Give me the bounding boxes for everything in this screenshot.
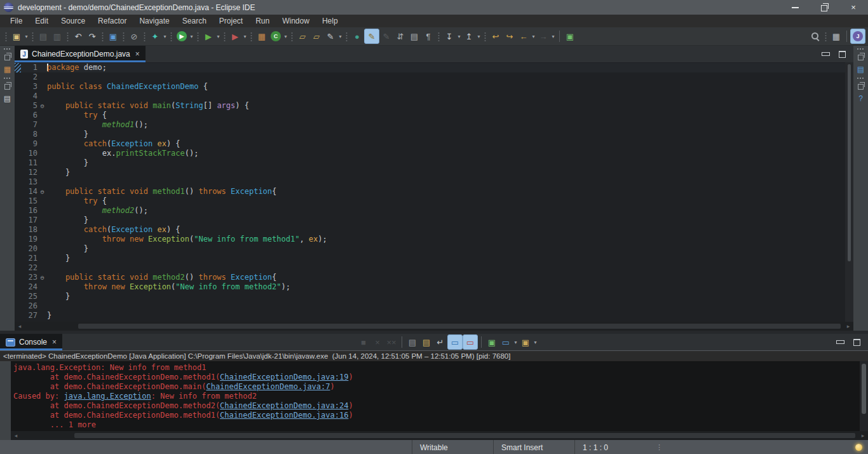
profile-button[interactable]: ▶ [228, 29, 242, 43]
code-editor[interactable]: 1package demo;23public class ChainedExce… [15, 62, 853, 322]
editor-tab-close-icon[interactable]: × [135, 50, 140, 58]
console-output[interactable]: java.lang.Exception: New info from metho… [11, 361, 868, 431]
debug-button[interactable]: ✦ [148, 29, 162, 43]
next-edit-location-button[interactable]: ↪ [503, 29, 517, 43]
console-horizontal-scrollbar[interactable]: ◂ ▸ [11, 431, 868, 440]
menu-run[interactable]: Run [249, 15, 276, 27]
menu-navigate[interactable]: Navigate [133, 15, 175, 27]
dropdown-caret-icon[interactable]: ▾ [456, 34, 462, 39]
next-change-button[interactable]: ⇵ [393, 29, 407, 43]
dropdown-caret-icon[interactable]: ▾ [532, 340, 538, 345]
restore-window-button[interactable] [810, 0, 839, 15]
scroll-left-icon[interactable]: ◂ [15, 323, 25, 329]
package-explorer-icon[interactable]: ▦ [4, 65, 11, 73]
next-annotation-button[interactable]: ↧ [442, 29, 456, 43]
open-perspective-button[interactable]: ▦ [829, 29, 843, 43]
new-task-button[interactable]: ● [350, 29, 364, 43]
fold-collapse-icon[interactable]: ⊖ [37, 187, 47, 196]
dropdown-caret-icon[interactable]: ▾ [476, 34, 482, 39]
maximize-editor-button[interactable] [839, 51, 846, 58]
pin-console-button[interactable]: ▣ [485, 335, 499, 349]
menu-window[interactable]: Window [276, 15, 316, 27]
restore-view-button[interactable] [858, 84, 864, 90]
menu-file[interactable]: File [4, 15, 29, 27]
dropdown-caret-icon[interactable]: ▾ [531, 34, 536, 39]
close-window-button[interactable]: × [839, 0, 868, 15]
scrollbar-thumb[interactable] [78, 324, 841, 329]
show-stdout-when-changed-button[interactable]: ▭ [447, 334, 463, 350]
show-stderr-when-changed-button[interactable]: ▭ [463, 334, 478, 350]
console-tab[interactable]: Console × [0, 334, 62, 350]
open-task-button[interactable]: ▱ [295, 29, 309, 43]
menu-help[interactable]: Help [316, 15, 344, 27]
scroll-lock-button[interactable]: ▤ [419, 335, 433, 349]
scroll-left-icon[interactable]: ◂ [11, 432, 21, 439]
word-wrap-button[interactable]: ↵ [433, 335, 447, 349]
stacktrace-link[interactable]: ChainedExceptionDemo.java:16 [220, 411, 348, 420]
open-console-element-button[interactable]: ▣ [106, 29, 120, 43]
dropdown-caret-icon[interactable]: ▾ [242, 34, 248, 39]
scrollbar-thumb[interactable] [848, 64, 851, 261]
skip-all-breakpoints-button[interactable]: ⊘ [127, 29, 141, 43]
editor-horizontal-scrollbar[interactable]: ◂ ▸ [15, 322, 853, 331]
stacktrace-link[interactable]: ChainedExceptionDemo.java:7 [206, 382, 330, 391]
new-class-button[interactable]: C [269, 29, 283, 43]
pin-editor-button[interactable]: ▣ [563, 29, 577, 43]
view-stack-handle[interactable] [857, 77, 865, 79]
scrollbar-thumb[interactable] [74, 433, 855, 438]
view-stack-handle[interactable] [3, 77, 11, 79]
run-button[interactable]: ▶ [175, 29, 189, 43]
dropdown-caret-icon[interactable]: ▾ [162, 34, 168, 39]
menu-refactor[interactable]: Refactor [92, 15, 133, 27]
view-stack-handle[interactable] [3, 48, 11, 50]
show-source-button[interactable]: ▤ [407, 29, 421, 43]
restore-view-button[interactable] [858, 55, 864, 60]
dropdown-caret-icon[interactable]: ▾ [513, 340, 519, 345]
stacktrace-link[interactable]: java.lang.Exception [64, 392, 151, 401]
minimize-console-button[interactable] [836, 340, 844, 344]
open-resource-button[interactable]: ▱ [309, 29, 323, 43]
java-ee-button[interactable]: ▦ [255, 29, 269, 43]
clear-console-button[interactable]: ▤ [405, 335, 419, 349]
menu-search[interactable]: Search [176, 15, 213, 27]
display-console-button[interactable]: ▭ [499, 335, 513, 349]
stacktrace-link[interactable]: ChainedExceptionDemo.java:24 [220, 401, 348, 410]
fold-collapse-icon[interactable]: ⊖ [37, 101, 47, 111]
editor-vertical-scrollbar[interactable] [845, 62, 853, 322]
previous-annotation-button[interactable]: ↥ [462, 29, 476, 43]
scrollbar-thumb[interactable] [862, 364, 866, 414]
console-vertical-scrollbar[interactable] [860, 361, 868, 431]
coverage-button[interactable]: ▶ [201, 29, 215, 43]
annotate-button[interactable]: ✎ [323, 29, 337, 43]
minimize-window-button[interactable] [780, 0, 810, 15]
menu-project[interactable]: Project [213, 15, 249, 27]
show-whitespace-button[interactable]: ¶ [421, 29, 435, 43]
new-wizard-button[interactable]: ▣ [10, 29, 24, 43]
editor-tab-chainedexceptiondemo[interactable]: J ChainedExceptionDemo.java × [15, 46, 146, 62]
undo-button[interactable]: ↶ [71, 29, 85, 43]
minimize-editor-button[interactable] [822, 52, 830, 56]
restore-view-button[interactable] [4, 55, 10, 60]
outline-view-icon[interactable]: ▤ [857, 65, 864, 73]
scroll-right-icon[interactable]: ▸ [843, 323, 853, 329]
document-view-icon[interactable]: ▤ [4, 95, 11, 102]
dropdown-caret-icon[interactable]: ▾ [337, 34, 343, 39]
open-console-button[interactable]: ▣ [519, 335, 532, 349]
view-stack-handle[interactable] [857, 48, 865, 50]
maximize-console-button[interactable] [853, 339, 860, 346]
dropdown-caret-icon[interactable]: ▾ [24, 34, 29, 39]
restore-view-button[interactable] [4, 84, 10, 90]
menu-edit[interactable]: Edit [29, 15, 55, 27]
console-tab-close-icon[interactable]: × [52, 338, 57, 347]
dropdown-caret-icon[interactable]: ▾ [283, 34, 288, 39]
redo-button[interactable]: ↷ [85, 29, 99, 43]
menu-source[interactable]: Source [55, 15, 92, 27]
lightbulb-icon[interactable] [855, 444, 862, 451]
mark-occurrences-button[interactable]: ✎ [364, 29, 379, 44]
scroll-right-icon[interactable]: ▸ [858, 432, 868, 439]
fold-collapse-icon[interactable]: ⊖ [37, 273, 47, 282]
dropdown-caret-icon[interactable]: ▾ [215, 34, 221, 39]
help-view-icon[interactable]: ? [858, 95, 863, 102]
stacktrace-link[interactable]: ChainedExceptionDemo.java:19 [220, 373, 348, 382]
java-perspective-button[interactable]: J [850, 29, 865, 44]
